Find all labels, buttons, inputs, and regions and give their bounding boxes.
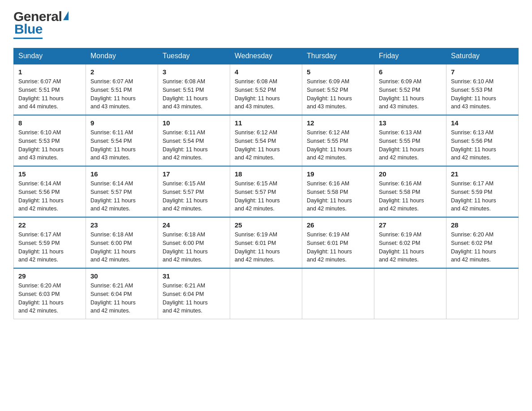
- calendar-cell: 27Sunrise: 6:19 AMSunset: 6:02 PMDayligh…: [374, 217, 446, 268]
- day-number: 8: [18, 119, 81, 127]
- day-number: 1: [18, 68, 81, 76]
- calendar-week-row: 29Sunrise: 6:20 AMSunset: 6:03 PMDayligh…: [14, 268, 519, 319]
- calendar-cell: [446, 268, 519, 319]
- calendar-cell: 4Sunrise: 6:08 AMSunset: 5:52 PMDaylight…: [230, 64, 302, 115]
- day-number: 17: [163, 170, 225, 178]
- day-info: Sunrise: 6:11 AMSunset: 5:54 PMDaylight:…: [90, 128, 153, 162]
- day-number: 2: [90, 68, 153, 76]
- day-info: Sunrise: 6:08 AMSunset: 5:52 PMDaylight:…: [235, 77, 297, 111]
- day-info: Sunrise: 6:11 AMSunset: 5:54 PMDaylight:…: [163, 128, 225, 162]
- day-number: 19: [307, 170, 369, 178]
- calendar-week-row: 1Sunrise: 6:07 AMSunset: 5:51 PMDaylight…: [14, 64, 519, 115]
- calendar-cell: [230, 268, 302, 319]
- day-number: 13: [379, 119, 442, 127]
- calendar-cell: 23Sunrise: 6:18 AMSunset: 6:00 PMDayligh…: [86, 217, 158, 268]
- day-number: 4: [235, 68, 297, 76]
- day-info: Sunrise: 6:20 AMSunset: 6:03 PMDaylight:…: [18, 282, 81, 315]
- day-info: Sunrise: 6:17 AMSunset: 5:59 PMDaylight:…: [18, 231, 81, 264]
- calendar-week-row: 15Sunrise: 6:14 AMSunset: 5:56 PMDayligh…: [14, 166, 519, 217]
- calendar-cell: 7Sunrise: 6:10 AMSunset: 5:53 PMDaylight…: [446, 64, 519, 115]
- calendar-cell: [302, 268, 374, 319]
- day-info: Sunrise: 6:07 AMSunset: 5:51 PMDaylight:…: [90, 77, 153, 111]
- calendar-week-row: 22Sunrise: 6:17 AMSunset: 5:59 PMDayligh…: [14, 217, 519, 268]
- day-info: Sunrise: 6:16 AMSunset: 5:58 PMDaylight:…: [379, 180, 442, 213]
- calendar-header-row: SundayMondayTuesdayWednesdayThursdayFrid…: [14, 48, 519, 64]
- day-info: Sunrise: 6:15 AMSunset: 5:57 PMDaylight:…: [235, 180, 297, 213]
- day-number: 21: [451, 170, 514, 178]
- day-number: 11: [235, 119, 297, 127]
- day-info: Sunrise: 6:19 AMSunset: 6:02 PMDaylight:…: [379, 231, 442, 264]
- calendar-cell: 21Sunrise: 6:17 AMSunset: 5:59 PMDayligh…: [446, 166, 519, 217]
- day-info: Sunrise: 6:10 AMSunset: 5:53 PMDaylight:…: [18, 128, 81, 162]
- calendar-cell: 2Sunrise: 6:07 AMSunset: 5:51 PMDaylight…: [86, 64, 158, 115]
- calendar-cell: 14Sunrise: 6:13 AMSunset: 5:56 PMDayligh…: [446, 115, 519, 166]
- day-info: Sunrise: 6:12 AMSunset: 5:55 PMDaylight:…: [307, 128, 369, 162]
- day-number: 31: [163, 272, 225, 280]
- day-number: 29: [18, 272, 81, 280]
- day-header-tuesday: Tuesday: [158, 48, 230, 64]
- day-number: 23: [90, 221, 153, 229]
- day-info: Sunrise: 6:09 AMSunset: 5:52 PMDaylight:…: [379, 77, 442, 111]
- day-info: Sunrise: 6:07 AMSunset: 5:51 PMDaylight:…: [18, 77, 81, 111]
- calendar-cell: 1Sunrise: 6:07 AMSunset: 5:51 PMDaylight…: [14, 64, 86, 115]
- calendar-cell: 9Sunrise: 6:11 AMSunset: 5:54 PMDaylight…: [86, 115, 158, 166]
- day-number: 22: [18, 221, 81, 229]
- calendar-cell: 11Sunrise: 6:12 AMSunset: 5:54 PMDayligh…: [230, 115, 302, 166]
- day-number: 6: [379, 68, 442, 76]
- calendar-cell: 26Sunrise: 6:19 AMSunset: 6:01 PMDayligh…: [302, 217, 374, 268]
- day-number: 26: [307, 221, 369, 229]
- day-info: Sunrise: 6:18 AMSunset: 6:00 PMDaylight:…: [163, 231, 225, 264]
- day-number: 9: [90, 119, 153, 127]
- calendar-cell: 6Sunrise: 6:09 AMSunset: 5:52 PMDaylight…: [374, 64, 446, 115]
- day-info: Sunrise: 6:12 AMSunset: 5:54 PMDaylight:…: [235, 128, 297, 162]
- calendar-cell: 22Sunrise: 6:17 AMSunset: 5:59 PMDayligh…: [14, 217, 86, 268]
- calendar-cell: 18Sunrise: 6:15 AMSunset: 5:57 PMDayligh…: [230, 166, 302, 217]
- day-number: 16: [90, 170, 153, 178]
- day-info: Sunrise: 6:14 AMSunset: 5:57 PMDaylight:…: [90, 180, 153, 213]
- calendar-cell: 12Sunrise: 6:12 AMSunset: 5:55 PMDayligh…: [302, 115, 374, 166]
- day-info: Sunrise: 6:10 AMSunset: 5:53 PMDaylight:…: [451, 77, 514, 111]
- day-info: Sunrise: 6:14 AMSunset: 5:56 PMDaylight:…: [18, 180, 81, 213]
- calendar-cell: 15Sunrise: 6:14 AMSunset: 5:56 PMDayligh…: [14, 166, 86, 217]
- calendar-cell: 13Sunrise: 6:13 AMSunset: 5:55 PMDayligh…: [374, 115, 446, 166]
- calendar-cell: 10Sunrise: 6:11 AMSunset: 5:54 PMDayligh…: [158, 115, 230, 166]
- day-info: Sunrise: 6:15 AMSunset: 5:57 PMDaylight:…: [163, 180, 225, 213]
- calendar-table: SundayMondayTuesdayWednesdayThursdayFrid…: [13, 48, 519, 319]
- logo-blue: Blue: [14, 21, 43, 37]
- day-number: 3: [163, 68, 225, 76]
- calendar-week-row: 8Sunrise: 6:10 AMSunset: 5:53 PMDaylight…: [14, 115, 519, 166]
- day-header-friday: Friday: [374, 48, 446, 64]
- calendar-cell: 31Sunrise: 6:21 AMSunset: 6:04 PMDayligh…: [158, 268, 230, 319]
- day-info: Sunrise: 6:08 AMSunset: 5:51 PMDaylight:…: [163, 77, 225, 111]
- day-header-sunday: Sunday: [14, 48, 86, 64]
- calendar-cell: 29Sunrise: 6:20 AMSunset: 6:03 PMDayligh…: [14, 268, 86, 319]
- day-number: 7: [451, 68, 514, 76]
- day-header-monday: Monday: [86, 48, 158, 64]
- day-info: Sunrise: 6:21 AMSunset: 6:04 PMDaylight:…: [163, 282, 225, 315]
- calendar-cell: 25Sunrise: 6:19 AMSunset: 6:01 PMDayligh…: [230, 217, 302, 268]
- day-info: Sunrise: 6:18 AMSunset: 6:00 PMDaylight:…: [90, 231, 153, 264]
- calendar-cell: 17Sunrise: 6:15 AMSunset: 5:57 PMDayligh…: [158, 166, 230, 217]
- day-number: 18: [235, 170, 297, 178]
- day-header-thursday: Thursday: [302, 48, 374, 64]
- day-number: 30: [90, 272, 153, 280]
- day-number: 14: [451, 119, 514, 127]
- day-number: 25: [235, 221, 297, 229]
- day-info: Sunrise: 6:16 AMSunset: 5:58 PMDaylight:…: [307, 180, 369, 213]
- calendar-cell: 24Sunrise: 6:18 AMSunset: 6:00 PMDayligh…: [158, 217, 230, 268]
- day-number: 28: [451, 221, 514, 229]
- calendar-cell: 16Sunrise: 6:14 AMSunset: 5:57 PMDayligh…: [86, 166, 158, 217]
- day-number: 27: [379, 221, 442, 229]
- day-number: 20: [379, 170, 442, 178]
- day-number: 15: [18, 170, 81, 178]
- day-info: Sunrise: 6:13 AMSunset: 5:55 PMDaylight:…: [379, 128, 442, 162]
- calendar-cell: [374, 268, 446, 319]
- day-info: Sunrise: 6:13 AMSunset: 5:56 PMDaylight:…: [451, 128, 514, 162]
- logo-triangle-icon: [63, 11, 69, 20]
- day-info: Sunrise: 6:09 AMSunset: 5:52 PMDaylight:…: [307, 77, 369, 111]
- calendar-cell: 30Sunrise: 6:21 AMSunset: 6:04 PMDayligh…: [86, 268, 158, 319]
- day-info: Sunrise: 6:19 AMSunset: 6:01 PMDaylight:…: [235, 231, 297, 264]
- day-info: Sunrise: 6:19 AMSunset: 6:01 PMDaylight:…: [307, 231, 369, 264]
- day-number: 24: [163, 221, 225, 229]
- day-header-wednesday: Wednesday: [230, 48, 302, 64]
